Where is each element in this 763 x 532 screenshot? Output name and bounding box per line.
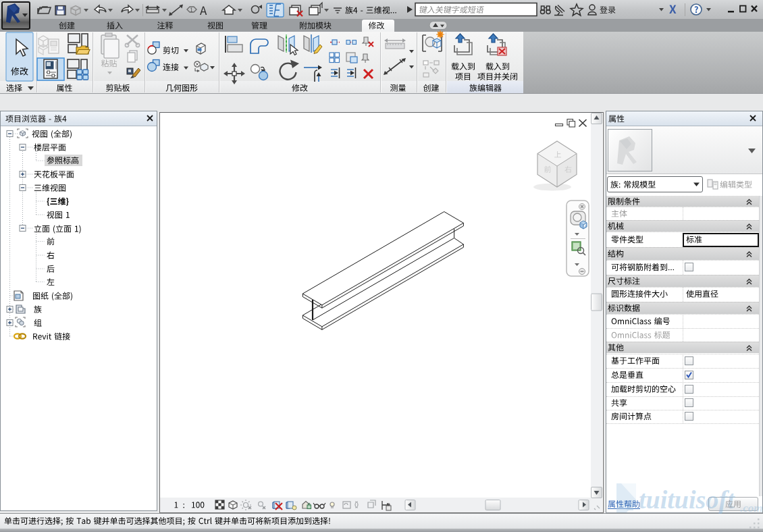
svg-text:.com: .com <box>740 502 763 514</box>
svg-text:tuituisoft: tuituisoft <box>639 485 735 514</box>
